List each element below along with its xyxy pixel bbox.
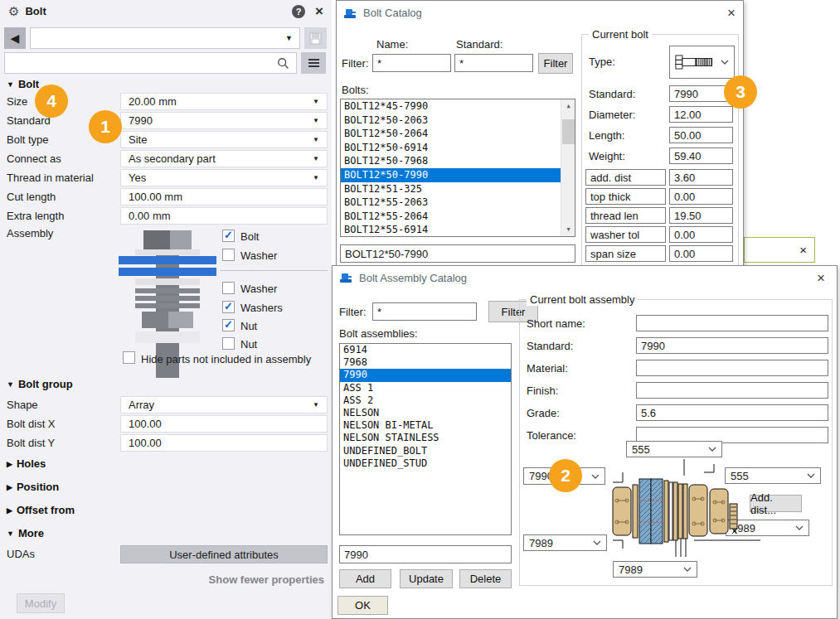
list-item[interactable]: UNDEFINED_BOLT <box>340 445 511 457</box>
list-item[interactable]: 7968 <box>340 356 511 369</box>
show-fewer-properties-link[interactable]: Show fewer properties <box>209 573 324 586</box>
section-header-more[interactable]: ▼More <box>7 527 44 539</box>
assembly-filter-input[interactable]: * <box>372 302 477 321</box>
close-icon[interactable]: × <box>315 4 323 18</box>
list-item[interactable]: NELSON BI-METAL <box>340 419 511 432</box>
modify-button[interactable]: Modify <box>17 593 65 613</box>
section-header-bolt[interactable]: ▼Bolt <box>7 78 39 90</box>
checkbox-bolt[interactable]: ✓ <box>222 230 235 242</box>
material-input[interactable] <box>636 360 828 376</box>
washer-top-combo[interactable]: 555 <box>626 441 722 457</box>
finish-input[interactable] <box>636 382 828 399</box>
checkbox-washers[interactable]: ✓ <box>222 301 235 313</box>
back-button[interactable]: ◀ <box>4 27 26 49</box>
list-item[interactable]: UNDEFINED_STUD <box>340 457 511 470</box>
prop-select-bolt-type[interactable]: Site ▼ <box>120 131 328 148</box>
delete-button[interactable]: Delete <box>459 569 512 588</box>
section-header-position[interactable]: ▶Position <box>7 481 59 493</box>
step-badge-1: 1 <box>89 110 122 143</box>
top-thick-input[interactable]: 0.00 <box>669 188 733 205</box>
checkbox-washer-top[interactable] <box>222 249 235 261</box>
standard-column-label: Standard: <box>456 38 503 51</box>
list-item[interactable]: BOLT12*55-6914 <box>341 223 575 237</box>
prop-select-size[interactable]: 20.00 mm ▼ <box>120 93 328 110</box>
list-item-selected[interactable]: 7990 <box>340 369 511 381</box>
prop-input-extra-length[interactable]: 0.00 mm <box>120 207 328 225</box>
grade-label: Grade: <box>527 407 560 419</box>
diameter-field-input[interactable]: 12.00 <box>669 106 733 123</box>
saved-settings-combo[interactable]: ▼ <box>30 27 300 49</box>
help-icon[interactable]: ? <box>292 5 305 18</box>
ok-button[interactable]: OK <box>337 596 388 615</box>
list-item[interactable]: BOLT12*45-7990 <box>341 99 575 114</box>
assemblies-listbox[interactable]: 6914 7968 7990 ASS 1 ASS 2 NELSON NELSON… <box>339 343 512 535</box>
chevron-down-icon: ▼ <box>313 117 319 124</box>
checkbox-washer-bottom[interactable] <box>222 282 235 294</box>
list-item[interactable]: ASS 1 <box>340 382 511 394</box>
list-item[interactable]: ASS 2 <box>340 394 511 407</box>
prop-input-cut-length[interactable]: 100.00 mm <box>120 188 328 206</box>
span-size-input[interactable]: 0.00 <box>669 245 733 262</box>
section-header-holes[interactable]: ▶Holes <box>7 457 46 470</box>
length-field-input[interactable]: 50.00 <box>669 127 733 143</box>
tolerance-label: Tolerance: <box>527 429 576 442</box>
filter-button[interactable]: Filter <box>538 53 573 74</box>
scrollbar[interactable]: ▲ ▼ <box>561 99 575 236</box>
close-icon[interactable]: × <box>817 271 825 285</box>
bolts-listbox[interactable]: BOLT12*45-7990 BOLT12*50-2063 BOLT12*50-… <box>340 99 575 237</box>
short-name-input[interactable] <box>636 315 828 331</box>
nut-bottom-combo[interactable]: 7989 <box>613 561 697 578</box>
list-item[interactable]: BOLT12*50-7968 <box>341 154 575 168</box>
prop-select-shape[interactable]: Array ▼ <box>120 396 328 413</box>
prop-label-bolt-dist-y: Bolt dist Y <box>7 437 55 449</box>
standard-filter-input[interactable]: * <box>454 54 533 72</box>
save-icon <box>309 32 322 45</box>
section-header-offset-from[interactable]: ▶Offset from <box>7 504 75 516</box>
close-icon[interactable]: × <box>799 243 807 257</box>
list-item[interactable]: BOLT12*55-2064 <box>341 210 575 224</box>
prop-select-connect-as[interactable]: As secondary part ▼ <box>120 150 328 167</box>
assembly-name-input[interactable]: 7990 <box>339 545 512 563</box>
list-item[interactable]: 6914 <box>340 344 511 356</box>
list-item[interactable]: BOLT12*50-2064 <box>341 127 575 141</box>
dialog-title: Bolt Assembly Catalog <box>359 272 467 284</box>
bolt-type-combo[interactable] <box>669 46 735 79</box>
add-button[interactable]: Add <box>339 569 391 588</box>
weight-field-input[interactable]: 59.40 <box>669 147 733 164</box>
close-icon[interactable]: × <box>727 6 736 20</box>
add-dist-input[interactable]: 3.60 <box>669 169 733 186</box>
options-menu-button[interactable] <box>301 52 326 74</box>
checkbox-nut2[interactable] <box>222 337 235 350</box>
nut-left-combo[interactable]: 7989 <box>523 534 607 551</box>
list-item[interactable]: BOLT12*50-2063 <box>341 114 575 128</box>
prop-select-standard[interactable]: 7990 ▼ <box>120 112 328 129</box>
section-header-bolt-group[interactable]: ▼Bolt group <box>7 378 73 390</box>
checkbox-hide-parts[interactable] <box>123 351 135 364</box>
thread-len-input[interactable]: 19.50 <box>669 207 733 224</box>
scroll-up-icon[interactable]: ▲ <box>561 99 575 113</box>
selected-bolt-input[interactable]: BOLT12*50-7990 <box>340 244 575 263</box>
list-item[interactable]: BOLT12*51-325 <box>341 182 575 196</box>
prop-input-bolt-dist-x[interactable]: 100.00 <box>120 415 328 433</box>
grade-input[interactable]: 5.6 <box>636 404 828 421</box>
list-item[interactable]: BOLT12*55-2063 <box>341 196 575 210</box>
list-item[interactable]: NELSON STAINLESS <box>340 432 511 444</box>
user-defined-attributes-button[interactable]: User-defined attributes <box>120 545 328 563</box>
washer-tol-input[interactable]: 0.00 <box>669 226 733 243</box>
name-filter-input[interactable]: * <box>372 54 451 72</box>
material-label: Material: <box>527 362 568 375</box>
checkbox-nut1[interactable]: ✓ <box>222 319 235 331</box>
prop-select-thread[interactable]: Yes ▼ <box>120 169 328 186</box>
list-item[interactable]: NELSON <box>340 407 511 419</box>
checkbox-bolt-label: Bolt <box>240 230 259 243</box>
scrollbar-thumb[interactable] <box>562 119 575 144</box>
save-button[interactable] <box>304 27 327 49</box>
scroll-down-icon[interactable]: ▼ <box>561 223 575 236</box>
assembly-illustration <box>611 457 762 559</box>
list-item-selected[interactable]: BOLT12*50-7990 <box>341 168 561 182</box>
prop-input-bolt-dist-y[interactable]: 100.00 <box>120 434 328 452</box>
search-input[interactable] <box>4 52 297 74</box>
update-button[interactable]: Update <box>400 569 453 588</box>
standard-input[interactable]: 7990 <box>636 337 828 354</box>
list-item[interactable]: BOLT12*50-6914 <box>341 141 575 155</box>
